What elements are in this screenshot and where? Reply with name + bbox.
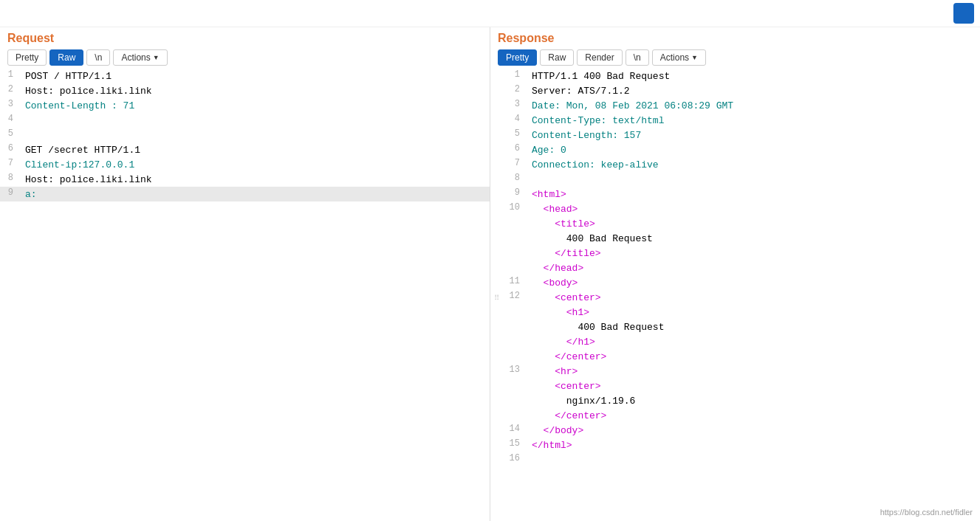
line-content: <body>: [529, 275, 980, 290]
line-content: 400 Bad Request: [529, 320, 980, 334]
line-content: </center>: [529, 408, 980, 423]
request-actions-btn[interactable]: Actions ▼: [113, 49, 167, 66]
drag-handle: [490, 172, 502, 187]
request-raw-btn[interactable]: Raw: [49, 49, 83, 66]
table-row: 4: [0, 113, 490, 128]
line-number: [502, 246, 529, 260]
line-content: 400 Bad Request: [529, 231, 980, 246]
request-toolbar: Pretty Raw \n Actions ▼: [7, 49, 482, 66]
main-panels: Request Pretty Raw \n Actions ▼ 1POST / …: [0, 27, 980, 521]
line-content: GET /secret HTTP/1.1: [22, 142, 490, 157]
line-content: Date: Mon, 08 Feb 2021 06:08:29 GMT: [529, 98, 980, 113]
table-row: 13 <hr>: [490, 364, 980, 379]
drag-handle: [490, 349, 502, 364]
app-icon: [953, 3, 974, 24]
line-number: 2: [0, 83, 22, 98]
line-number: 1: [0, 69, 22, 83]
line-content: Content-Type: text/html: [529, 113, 980, 128]
table-row: </center>: [490, 408, 980, 423]
line-content: [22, 128, 490, 142]
response-toolbar: Pretty Raw Render \n Actions ▼: [498, 49, 973, 66]
request-pretty-btn[interactable]: Pretty: [7, 49, 47, 66]
line-number: 13: [502, 364, 529, 379]
table-row: <center>: [490, 379, 980, 393]
table-row: </center>: [490, 349, 980, 364]
table-row: 5: [0, 128, 490, 142]
response-newline-btn[interactable]: \n: [626, 49, 649, 66]
line-content: </head>: [529, 260, 980, 275]
request-newline-btn[interactable]: \n: [86, 49, 110, 66]
line-content: <center>: [529, 379, 980, 393]
line-number: [502, 379, 529, 393]
drag-handle: [490, 379, 502, 393]
line-content: Connection: keep-alive: [529, 157, 980, 172]
line-number: 14: [502, 423, 529, 438]
line-content: </html>: [529, 438, 980, 452]
response-pretty-btn[interactable]: Pretty: [498, 49, 537, 66]
response-code-area[interactable]: 1HTTP/1.1 400 Bad Request2Server: ATS/7.…: [490, 69, 980, 521]
table-row: 8: [490, 172, 980, 187]
line-content: Host: police.liki.link: [22, 172, 490, 187]
line-content: Age: 0: [529, 142, 980, 157]
top-bar: [0, 0, 980, 27]
table-row: </title>: [490, 246, 980, 260]
request-actions-chevron: ▼: [153, 54, 160, 61]
response-title: Response: [498, 32, 973, 45]
line-number: 8: [502, 172, 529, 187]
table-row: 16: [490, 452, 980, 467]
response-actions-btn[interactable]: Actions ▼: [652, 49, 706, 66]
drag-handle: [490, 113, 502, 128]
line-content: </h1>: [529, 334, 980, 349]
drag-handle: [490, 187, 502, 201]
line-number: [502, 393, 529, 408]
line-content: </center>: [529, 349, 980, 364]
line-number: [502, 334, 529, 349]
table-row: </h1>: [490, 334, 980, 349]
drag-handle: [490, 157, 502, 172]
table-row: </head>: [490, 260, 980, 275]
table-row: 2Host: police.liki.link: [0, 83, 490, 98]
line-number: 12: [502, 290, 529, 305]
request-title: Request: [7, 32, 482, 45]
drag-handle: [490, 201, 502, 216]
watermark: https://blog.csdn.net/fidler: [880, 508, 973, 517]
table-row: 7Client-ip:127.0.0.1: [0, 157, 490, 172]
drag-handle: [490, 305, 502, 320]
drag-handle: [490, 364, 502, 379]
table-row: 6GET /secret HTTP/1.1: [0, 142, 490, 157]
line-number: [502, 408, 529, 423]
line-number: [502, 216, 529, 231]
line-number: 11: [502, 275, 529, 290]
line-content: Server: ATS/7.1.2: [529, 83, 980, 98]
line-number: 3: [502, 98, 529, 113]
line-content: </body>: [529, 423, 980, 438]
response-actions-chevron: ▼: [691, 54, 698, 61]
table-row: 15</html>: [490, 438, 980, 452]
table-row: 3Date: Mon, 08 Feb 2021 06:08:29 GMT: [490, 98, 980, 113]
table-row: 400 Bad Request: [490, 320, 980, 334]
line-content: a:: [22, 187, 490, 201]
line-number: 9: [0, 187, 22, 201]
table-row: ⠿12 <center>: [490, 290, 980, 305]
table-row: 6Age: 0: [490, 142, 980, 157]
drag-handle: [490, 142, 502, 157]
line-number: 15: [502, 438, 529, 452]
line-number: [502, 349, 529, 364]
line-content: [529, 172, 980, 187]
table-row: <title>: [490, 216, 980, 231]
table-row: 14 </body>: [490, 423, 980, 438]
drag-handle: [490, 423, 502, 438]
response-render-btn[interactable]: Render: [577, 49, 622, 66]
drag-handle: ⠿: [490, 290, 502, 305]
drag-handle: [490, 393, 502, 408]
response-raw-btn[interactable]: Raw: [540, 49, 574, 66]
line-content: <head>: [529, 201, 980, 216]
line-content: Host: police.liki.link: [22, 83, 490, 98]
line-number: 2: [502, 83, 529, 98]
drag-handle: [490, 98, 502, 113]
request-header: Request Pretty Raw \n Actions ▼: [0, 27, 490, 69]
table-row: 9<html>: [490, 187, 980, 201]
request-code-area[interactable]: 1POST / HTTP/1.12Host: police.liki.link3…: [0, 69, 490, 521]
response-header: Response Pretty Raw Render \n Actions ▼: [490, 27, 980, 69]
line-number: 7: [502, 157, 529, 172]
